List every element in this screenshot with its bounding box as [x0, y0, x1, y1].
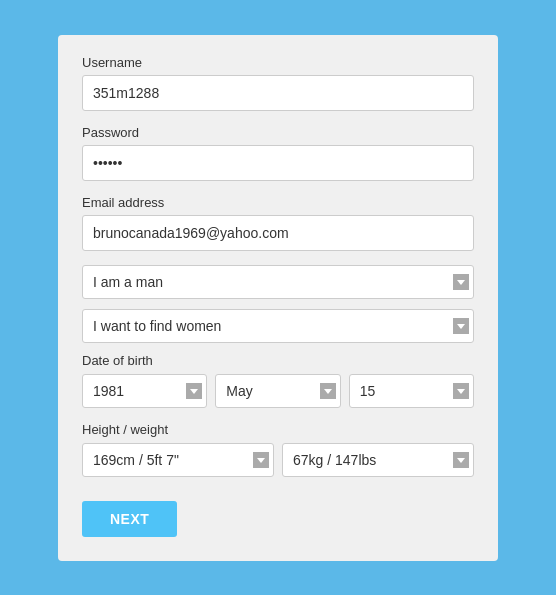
hw-field-group: Height / weight 169cm / 5ft 7" 170cm / 5… — [82, 422, 474, 477]
weight-select[interactable]: 67kg / 147lbs 68kg / 150lbs — [282, 443, 474, 477]
dob-day-select[interactable]: 15 16 — [349, 374, 474, 408]
password-input[interactable] — [82, 145, 474, 181]
registration-form: Username Password Email address I am a m… — [58, 35, 498, 561]
seek-select[interactable]: I want to find women I want to find men — [82, 309, 474, 343]
hw-row: 169cm / 5ft 7" 170cm / 5ft 7" 67kg / 147… — [82, 443, 474, 477]
dob-year-select[interactable]: 1981 1980 1979 — [82, 374, 207, 408]
seek-dropdown-group: I want to find women I want to find men — [82, 309, 474, 343]
dob-row: 1981 1980 1979 January February March Ap… — [82, 374, 474, 408]
username-input[interactable] — [82, 75, 474, 111]
gender-dropdown-group: I am a man I am a woman — [82, 265, 474, 299]
password-field-group: Password — [82, 125, 474, 181]
dob-month-select[interactable]: January February March April May June Ju… — [215, 374, 340, 408]
height-select[interactable]: 169cm / 5ft 7" 170cm / 5ft 7" — [82, 443, 274, 477]
next-button[interactable]: NEXT — [82, 501, 177, 537]
email-label: Email address — [82, 195, 474, 210]
dob-field-group: Date of birth 1981 1980 1979 January Feb… — [82, 353, 474, 408]
email-field-group: Email address — [82, 195, 474, 251]
dob-label: Date of birth — [82, 353, 474, 368]
username-field-group: Username — [82, 55, 474, 111]
gender-select[interactable]: I am a man I am a woman — [82, 265, 474, 299]
username-label: Username — [82, 55, 474, 70]
hw-label: Height / weight — [82, 422, 474, 437]
password-label: Password — [82, 125, 474, 140]
email-input[interactable] — [82, 215, 474, 251]
